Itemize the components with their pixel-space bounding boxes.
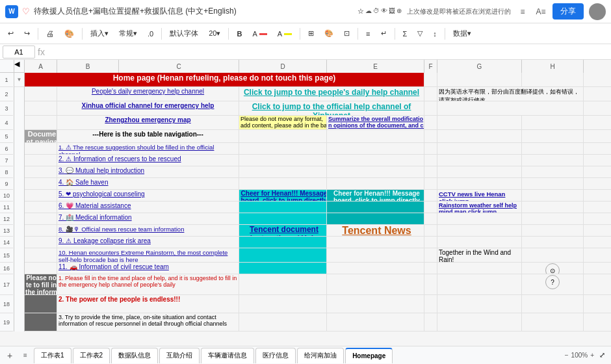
cell-8-BC[interactable]: 3. 💬 Mutual help introduction (57, 166, 239, 177)
row-num-6[interactable]: 6 (0, 143, 13, 155)
freeze-toggle[interactable]: ▼ (14, 73, 25, 332)
col-header-H[interactable]: H (522, 60, 584, 73)
cell-14-BC[interactable]: 9. ⚠ Leakage collapse risk area (57, 237, 239, 248)
cell-11-E[interactable] (327, 202, 424, 213)
cell-11-A[interactable] (25, 202, 57, 213)
cell-9-BC[interactable]: 4. 🏠 Safe haven (57, 178, 239, 189)
cell-5-A-merged[interactable]: Document navigation (25, 130, 57, 142)
cell-1-G[interactable] (437, 73, 522, 86)
cell-11-BC[interactable]: 6. 💗 Material assistance (57, 202, 239, 213)
cell-5-E[interactable] (327, 130, 424, 142)
cell-6-F[interactable] (424, 143, 437, 154)
cell-2-DE[interactable]: Click to jump to the people's daily help… (239, 87, 424, 101)
cell-14-F[interactable] (424, 237, 437, 248)
cell-3-DE[interactable]: Click to jump to the official help chann… (239, 101, 424, 115)
cell-3-F[interactable] (424, 101, 437, 115)
cell-7-G[interactable] (437, 155, 522, 166)
cell-17-A-merged[interactable]: Please note to fill in the information (25, 274, 57, 294)
col-header-E[interactable]: E (327, 60, 424, 73)
border-button[interactable]: ⊞ (304, 26, 318, 42)
font-size-select[interactable]: 20▾ (205, 26, 224, 42)
redo-button[interactable]: ↪ (20, 26, 34, 42)
cell-19-G[interactable] (437, 313, 522, 331)
cell-17-H[interactable]: ? (522, 274, 584, 294)
cell-18-G[interactable] (437, 295, 522, 313)
align-buttons[interactable]: ≡ (362, 26, 374, 42)
cell-19-H[interactable] (522, 313, 584, 331)
cell-18-F[interactable] (424, 295, 437, 313)
tab-数据队信息[interactable]: 数据队信息 (111, 348, 158, 363)
user-avatar[interactable] (589, 3, 606, 20)
cell-17-F[interactable] (424, 274, 437, 294)
row-num-18[interactable]: 18 (0, 295, 13, 313)
row-num-19[interactable]: 19 (0, 313, 13, 332)
cell-9-F[interactable] (424, 178, 437, 189)
cell-18-A[interactable] (25, 295, 57, 313)
fullscreen-button[interactable]: ⤢ (595, 349, 608, 362)
insert-button[interactable]: 插入▾ (86, 26, 112, 42)
cell-4-H[interactable] (522, 116, 584, 129)
tab-工作表2[interactable]: 工作表2 (73, 348, 110, 363)
cell-3-A[interactable] (25, 101, 57, 115)
cell-14-A[interactable] (25, 237, 57, 248)
cell-15-A[interactable] (25, 248, 57, 262)
cell-16-BC[interactable]: 11. 🚗 Information of civil rescue team (57, 263, 239, 274)
row-num-11[interactable]: 11 (0, 202, 13, 213)
cell-12-E[interactable] (327, 213, 424, 224)
row-num-7[interactable]: 7 (0, 155, 13, 166)
cell-7-D[interactable] (239, 155, 327, 166)
cell-11-G[interactable]: Rainstorm weather self help mind map cli… (437, 202, 522, 213)
cell-13-BC[interactable]: 8. 🎥🎙 Official news rescue team informat… (57, 225, 239, 236)
row-num-14[interactable]: 14 (0, 237, 13, 248)
merge-button[interactable]: ⊡ (340, 26, 354, 42)
row-num-10[interactable]: 10 (0, 190, 13, 202)
col-header-C[interactable]: C (119, 60, 239, 73)
row-num-4[interactable]: 4 (0, 116, 13, 130)
cell-4-A[interactable] (25, 116, 57, 129)
add-sheet-button[interactable]: + (3, 348, 17, 363)
sum-button[interactable]: Σ (399, 26, 411, 42)
tab-互助介绍[interactable]: 互助介绍 (159, 348, 200, 363)
zoom-in-button[interactable]: + (590, 352, 594, 359)
cell-16-H[interactable]: ⊙ (522, 263, 584, 274)
cell-5-G[interactable] (437, 130, 522, 142)
toggle-col[interactable]: ◀ (14, 60, 25, 73)
print-button[interactable]: 🖨 (42, 26, 58, 42)
cell-7-A[interactable] (25, 155, 57, 166)
tab-医疗信息[interactable]: 医疗信息 (255, 348, 296, 363)
underline-button[interactable]: A (248, 26, 270, 42)
cell-5-F[interactable] (424, 130, 437, 142)
cell-1-ABCDE[interactable]: Home page (Henan refueling, please do no… (25, 73, 424, 86)
row-num-13[interactable]: 13 (0, 225, 13, 237)
cell-16-D[interactable] (239, 263, 327, 274)
row-num-1[interactable]: 1 (0, 73, 13, 87)
cell-12-D[interactable] (239, 213, 327, 224)
sheet-menu-button[interactable]: ≡ (18, 348, 32, 363)
cell-9-A[interactable] (25, 178, 57, 189)
cell-17-E[interactable] (327, 274, 424, 294)
undo-button[interactable]: ↩ (4, 26, 18, 42)
cell-18-H[interactable] (522, 295, 584, 313)
cell-8-D[interactable] (239, 166, 327, 177)
filter-button[interactable]: ▽ (413, 26, 426, 42)
fill-color-button[interactable]: 🎨 (320, 26, 337, 42)
cell-14-D[interactable] (239, 237, 327, 248)
cell-6-H[interactable] (522, 143, 584, 154)
cell-reference[interactable] (3, 46, 35, 58)
cell-8-G[interactable] (437, 166, 522, 177)
cell-3-BC[interactable]: Xinhua official channel for emergency he… (57, 101, 239, 115)
col-header-G[interactable]: G (437, 60, 522, 73)
cell-10-A[interactable] (25, 190, 57, 201)
cell-1-H[interactable] (522, 73, 584, 86)
tab-给河南加油[interactable]: 给河南加油 (297, 348, 344, 363)
font-family-button[interactable]: 默认字体 (166, 26, 202, 42)
cell-15-G[interactable]: Together in the Wind and Rain! (437, 248, 522, 262)
cell-10-D-merged[interactable]: Cheer for Henan!!! Message board, click … (239, 190, 327, 201)
cell-10-H[interactable] (522, 190, 584, 201)
col-header-B[interactable]: B (57, 60, 119, 73)
cell-15-E[interactable] (327, 248, 424, 262)
cell-14-H[interactable] (522, 237, 584, 248)
tab-工作表1[interactable]: 工作表1 (34, 348, 72, 363)
cell-2-BC[interactable]: People's daily emergency help channel (57, 87, 239, 101)
row-num-5[interactable]: 5 (0, 130, 13, 143)
